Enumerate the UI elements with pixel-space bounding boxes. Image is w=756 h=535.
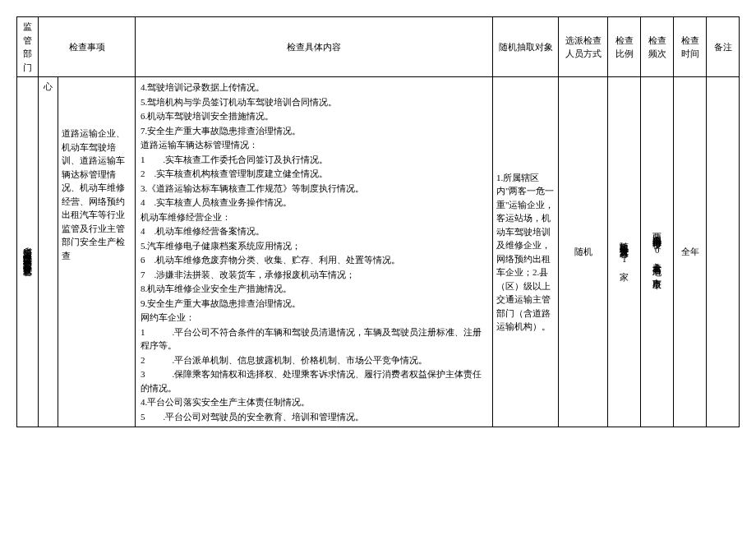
- freq-text: 两地以内上抽市每年覆10盖全省有所地≥市度取个: [651, 226, 662, 274]
- header-target: 随机抽取对象: [493, 17, 559, 77]
- content-line: 9.安全生产重大事故隐患排查治理情况。: [141, 297, 489, 311]
- header-matter: 检查事项: [39, 17, 136, 77]
- content-line: 4.驾驶培训记录数据上传情况。: [141, 81, 489, 95]
- content-line: 1 .实车核查工作委托合同签订及执行情况。: [141, 153, 489, 167]
- cell-content: 4.驾驶培训记录数据上传情况。 5.驾培机构与学员签订机动车驾驶培训合同情况。 …: [136, 77, 493, 427]
- header-row: 监管部门 检查事项 检查具体内容 随机抽取对象 选派检查人员方式 检查比例 检查…: [17, 17, 740, 77]
- content-line: 网约车企业：: [141, 311, 489, 325]
- inspection-table: 监管部门 检查事项 检查具体内容 随机抽取对象 选派检查人员方式 检查比例 检查…: [16, 16, 740, 427]
- content-line: 6 .机动车维修危废弃物分类、收集、贮存、利用、处置等情况。: [141, 253, 489, 267]
- method-text: 随机: [574, 247, 592, 256]
- content-line: 2 .实车核查机构核查管理制度建立健全情况。: [141, 167, 489, 181]
- cell-ratio: 随机取每类检查对象各11家: [608, 77, 641, 427]
- header-freq: 检查频次: [641, 17, 674, 77]
- target-text: 1.所属辖区内"两客一危一重"运输企业，客运站场，机动车驾驶培训及维修企业，网络…: [496, 173, 555, 332]
- header-time: 检查时间: [674, 17, 707, 77]
- header-method: 选派检查人员方式: [559, 17, 608, 77]
- cell-dept: 省交通运输厅综合法督处道路运输安全监管综合督查执政监管: [17, 77, 39, 427]
- time-text: 全年: [681, 247, 699, 256]
- content-line: 1 .平台公司不符合条件的车辆和驾驶员清退情况，车辆及驾驶员注册标准、注册程序等…: [141, 325, 489, 353]
- content-line: 3.《道路运输达标车辆核查工作规范》等制度执行情况。: [141, 182, 489, 196]
- content-line: 4 .机动车维修经营备案情况。: [141, 224, 489, 238]
- content-line: 7 .涉嫌非法拼装、改装货车，承修报废机动车情况；: [141, 268, 489, 282]
- cell-time: 全年: [674, 77, 707, 427]
- content-line: 7.安全生产重大事故隐患排查治理情况。: [141, 124, 489, 138]
- content-line: 3 .保障乘客知情权和选择权、处理乘客诉求情况、履行消费者权益保护主体责任的情况…: [141, 367, 489, 394]
- content-line: 机动车维修经营企业：: [141, 210, 489, 224]
- cell-target: 1.所属辖区内"两客一危一重"运输企业，客运站场，机动车驾驶培训及维修企业，网络…: [493, 77, 559, 427]
- cell-note: [707, 77, 740, 427]
- content-line: 道路运输车辆达标管理情况：: [141, 138, 489, 152]
- cell-matter: 道路运输企业、机动车驾驶培训、道路运输车辆达标管理情况、机动车维修经营、网络预约…: [58, 77, 136, 427]
- content-line: 8.机动车维修企业安全生产措施情况。: [141, 282, 489, 296]
- content-line: 5.汽车维修电子健康档案系统应用情况；: [141, 239, 489, 253]
- cell-center: 心: [39, 77, 58, 427]
- content-line: 4.平台公司落实安全生产主体责任制情况。: [141, 395, 489, 409]
- header-ratio: 检查比例: [608, 17, 641, 77]
- content-line: 4 .实车核查人员核查业务操作情况。: [141, 196, 489, 210]
- cell-method: 随机: [559, 77, 608, 427]
- content-line: 5 .平台公司对驾驶员的安全教育、培训和管理情况。: [141, 410, 489, 424]
- content-line: 2 .平台派单机制、信息披露机制、价格机制、市场公平竞争情况。: [141, 353, 489, 367]
- ratio-text: 随机取每类检查对象各11家: [618, 235, 629, 265]
- cell-freq: 两地以内上抽市每年覆10盖全省有所地≥市度取个: [641, 77, 674, 427]
- content-line: 6.机动车驾驶培训安全措施情况。: [141, 109, 489, 123]
- dept-text: 省交通运输厅综合法督处道路运输安全监管综合督查执政监管: [21, 239, 33, 261]
- matter-text: 道路运输企业、机动车驾驶培训、道路运输车辆达标管理情况、机动车维修经营、网络预约…: [62, 128, 125, 261]
- data-row: 省交通运输厅综合法督处道路运输安全监管综合督查执政监管 心 道路运输企业、机动车…: [17, 77, 740, 427]
- header-dept: 监管部门: [17, 17, 39, 77]
- content-line: 5.驾培机构与学员签订机动车驾驶培训合同情况。: [141, 95, 489, 109]
- header-content: 检查具体内容: [136, 17, 493, 77]
- header-note: 备注: [707, 17, 740, 77]
- center-text: 心: [44, 81, 53, 91]
